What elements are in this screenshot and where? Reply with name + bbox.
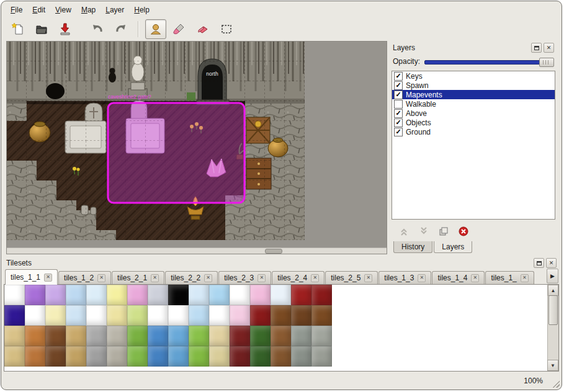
scroll-down-icon[interactable]: ▼ [547, 360, 558, 371]
layer-visibility-checkbox[interactable] [394, 100, 403, 109]
tileset-tile[interactable] [209, 326, 230, 346]
tab-close-icon[interactable]: ✕ [418, 274, 426, 282]
tileset-tile[interactable] [45, 305, 66, 326]
tileset-tile[interactable] [148, 305, 168, 326]
tab-close-icon[interactable]: ✕ [521, 274, 529, 282]
tileset-tile[interactable] [25, 326, 45, 346]
new-button[interactable] [7, 19, 29, 39]
tileset-tab-tiles_2_5[interactable]: tiles_2_5✕ [325, 271, 378, 284]
resize-grip[interactable] [552, 380, 560, 388]
opacity-slider[interactable] [424, 57, 554, 66]
layer-visibility-checkbox[interactable] [394, 91, 403, 99]
tileset-tile[interactable] [45, 285, 66, 305]
open-button[interactable] [31, 19, 52, 39]
tileset-tile[interactable] [230, 285, 250, 305]
tileset-tile[interactable] [86, 346, 107, 367]
tileset-tile[interactable] [291, 285, 311, 305]
tileset-tile[interactable] [230, 326, 250, 346]
tileset-tile[interactable] [107, 346, 127, 367]
tab-close-icon[interactable]: ✕ [364, 274, 372, 282]
float-dock-icon[interactable] [534, 258, 544, 268]
tileset-tile[interactable] [4, 285, 25, 305]
tileset-tile[interactable] [148, 285, 168, 305]
tab-close-icon[interactable]: ✕ [471, 274, 479, 282]
tileset-tile[interactable] [107, 285, 127, 305]
tileset-tile[interactable] [189, 346, 209, 367]
tileset-tile[interactable] [189, 305, 209, 326]
tileset-tile[interactable] [189, 285, 209, 305]
tileset-tile[interactable] [168, 305, 189, 326]
tab-layers[interactable]: Layers [434, 241, 472, 253]
tileset-tile[interactable] [230, 346, 250, 367]
tileset-tile[interactable] [25, 346, 45, 367]
vscroll-thumb[interactable] [548, 295, 558, 325]
tab-close-icon[interactable]: ✕ [311, 274, 319, 282]
tileset-tile[interactable] [107, 326, 127, 346]
tab-close-icon[interactable]: ✕ [151, 274, 159, 282]
scroll-up-icon[interactable]: ▲ [548, 285, 558, 296]
map-hscroll-thumb[interactable] [265, 249, 282, 254]
tileset-tile[interactable] [127, 326, 148, 346]
map-horizontal-scrollbar[interactable] [7, 247, 387, 254]
map-canvas[interactable]: north [7, 42, 305, 240]
tileset-tile[interactable] [127, 346, 148, 367]
layer-row-keys[interactable]: Keys [392, 71, 555, 81]
layer-row-mapevents[interactable]: Mapevents [392, 90, 555, 99]
tileset-tab-tiles_1_2[interactable]: tiles_1_2✕ [58, 271, 111, 284]
tileset-tile[interactable] [291, 346, 311, 367]
tileset-tile[interactable] [25, 305, 45, 326]
tileset-tile[interactable] [4, 346, 25, 367]
layer-row-above[interactable]: Above [392, 109, 555, 118]
tileset-tab-tiles_2_3[interactable]: tiles_2_3✕ [218, 271, 271, 284]
close-dock-icon[interactable]: ✕ [544, 43, 554, 53]
tileset-tile[interactable] [168, 346, 189, 367]
tab-scroll-right-button[interactable]: ▶ [547, 269, 558, 283]
tileset-tile[interactable] [271, 305, 291, 326]
menu-view[interactable]: View [51, 4, 76, 16]
menu-edit[interactable]: Edit [28, 4, 50, 16]
tileset-tab-tiles_1_1[interactable]: tiles_1_1✕ [5, 269, 58, 285]
float-dock-icon[interactable] [531, 43, 542, 53]
redo-button[interactable] [110, 19, 132, 39]
tileset-tile[interactable] [66, 346, 86, 367]
layer-visibility-checkbox[interactable] [394, 118, 403, 127]
tab-close-icon[interactable]: ✕ [44, 274, 52, 282]
tileset-tab-tiles_2_2[interactable]: tiles_2_2✕ [165, 271, 218, 284]
tileset-tile[interactable] [250, 346, 271, 367]
tab-close-icon[interactable]: ✕ [97, 274, 105, 282]
tileset-vertical-scrollbar[interactable]: ▲ ▼ [547, 285, 558, 371]
layer-visibility-checkbox[interactable] [394, 109, 403, 118]
duplicate-layer-button[interactable] [437, 225, 450, 238]
undo-button[interactable] [87, 19, 108, 39]
tileset-tile[interactable] [86, 326, 107, 346]
tileset-tile[interactable] [311, 346, 332, 367]
layer-row-spawn[interactable]: Spawn [392, 81, 555, 90]
eraser-tool-button[interactable] [192, 19, 213, 39]
tileset-tile[interactable] [209, 346, 230, 367]
tileset-tile[interactable] [45, 346, 66, 367]
tileset-tile[interactable] [311, 285, 332, 305]
tab-close-icon[interactable]: ✕ [204, 274, 212, 282]
tileset-tile[interactable] [66, 305, 86, 326]
tileset-tab-tiles_1_4[interactable]: tiles_1_4✕ [432, 271, 485, 284]
tileset-tile[interactable] [311, 305, 332, 326]
tileset-tile[interactable] [291, 326, 311, 346]
tileset-tile[interactable] [45, 326, 66, 346]
layer-visibility-checkbox[interactable] [394, 128, 403, 136]
tileset-tile[interactable] [189, 326, 209, 346]
tileset-tile[interactable] [86, 285, 107, 305]
select-tool-button[interactable] [216, 19, 237, 39]
tileset-tile[interactable] [271, 326, 291, 346]
tileset-tile[interactable] [4, 326, 25, 346]
tileset-tile[interactable] [148, 326, 168, 346]
layer-row-ground[interactable]: Ground [392, 127, 555, 136]
tileset-tile[interactable] [148, 346, 168, 367]
tileset-tile[interactable] [127, 285, 148, 305]
close-dock-icon[interactable]: ✕ [546, 258, 557, 268]
tileset-tile[interactable] [250, 305, 271, 326]
tileset-tab-tiles_2_4[interactable]: tiles_2_4✕ [272, 271, 325, 284]
tileset-tile[interactable] [311, 326, 332, 346]
tileset-tile[interactable] [25, 285, 45, 305]
tab-close-icon[interactable]: ✕ [257, 274, 266, 282]
tileset-tile[interactable] [127, 305, 148, 326]
